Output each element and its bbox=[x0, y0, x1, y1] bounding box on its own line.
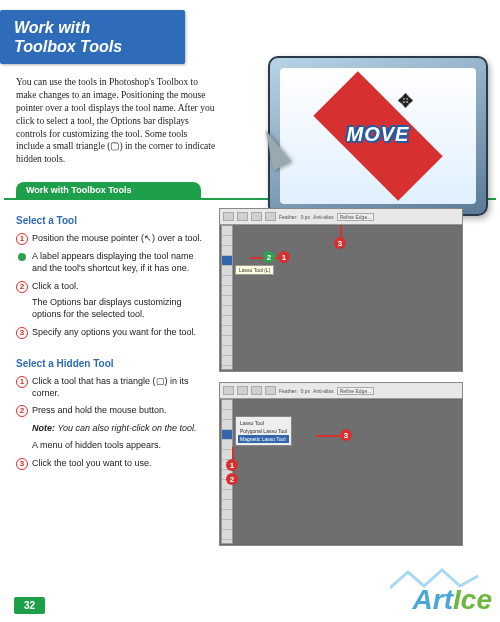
toolbox bbox=[221, 225, 233, 370]
step-3: 3 Specify any options you want for the t… bbox=[16, 327, 211, 339]
screenshot-hidden-tool: Feather: 0 px Anti-alias Refine Edge... … bbox=[219, 382, 463, 546]
options-bar: Feather: 0 px Anti-alias Refine Edge... bbox=[220, 383, 462, 399]
content-row: Select a Tool 1 Position the mouse point… bbox=[0, 208, 500, 556]
hidden-tools-flyout: Lasso Tool Polygonal Lasso Tool Magnetic… bbox=[235, 416, 292, 446]
move-label: MOVE bbox=[347, 123, 410, 146]
hidden-note: Note: You can also right-click on the to… bbox=[16, 423, 211, 451]
toolbox bbox=[221, 399, 233, 544]
screenshots-column: Feather: 0 px Anti-alias Refine Edge... … bbox=[219, 208, 496, 556]
bullet-number-3: 3 bbox=[16, 327, 28, 339]
bullet-number-1: 1 bbox=[16, 376, 28, 388]
page-title: Work with Toolbox Tools bbox=[14, 18, 171, 56]
move-cursor-icon: ✥ bbox=[398, 90, 413, 112]
screenshot-select-tool: Feather: 0 px Anti-alias Refine Edge... … bbox=[219, 208, 463, 372]
page-title-box: Work with Toolbox Tools bbox=[0, 10, 185, 64]
bullet-number-2: 2 bbox=[16, 281, 28, 293]
bullet-number-2: 2 bbox=[16, 405, 28, 417]
callout-2: 2 bbox=[263, 251, 275, 263]
hero-illustration: ✥ MOVE bbox=[226, 76, 484, 166]
subhead-select-tool: Select a Tool bbox=[16, 214, 211, 227]
steps-column: Select a Tool 1 Position the mouse point… bbox=[16, 208, 211, 556]
options-bar: Feather: 0 px Anti-alias Refine Edge... bbox=[220, 209, 462, 225]
lasso-tool-icon bbox=[222, 256, 232, 266]
hidden-step-3: 3 Click the tool you want to use. bbox=[16, 458, 211, 470]
callout-3: 3 bbox=[334, 237, 346, 249]
step-2: 2 Click a tool. The Options bar displays… bbox=[16, 281, 211, 321]
bullet-number-1: 1 bbox=[16, 233, 28, 245]
callout-2: 2 bbox=[226, 473, 238, 485]
bullet-number-3: 3 bbox=[16, 458, 28, 470]
watermark: ArtIce bbox=[413, 584, 492, 616]
callout-1: 1 bbox=[278, 251, 290, 263]
hidden-step-1: 1 Click a tool that has a triangle (▢) i… bbox=[16, 376, 211, 399]
hidden-step-2: 2 Press and hold the mouse button. bbox=[16, 405, 211, 417]
step-bullet: A label appears displaying the tool name… bbox=[16, 251, 211, 274]
callout-3: 3 bbox=[340, 429, 352, 441]
intro-paragraph: You can use the tools in Photoshop's Too… bbox=[16, 76, 216, 166]
page-number: 32 bbox=[14, 597, 45, 614]
section-bar: Work with Toolbox Tools bbox=[16, 182, 201, 198]
lasso-tool-icon bbox=[222, 430, 232, 440]
intro-row: You can use the tools in Photoshop's Too… bbox=[0, 76, 500, 176]
step-1: 1 Position the mouse pointer (↖) over a … bbox=[16, 233, 211, 245]
callout-1: 1 bbox=[226, 459, 238, 471]
subhead-hidden-tool: Select a Hidden Tool bbox=[16, 357, 211, 370]
tooltip-lasso: Lasso Tool (L) bbox=[235, 265, 274, 275]
green-dot-icon bbox=[18, 253, 26, 261]
